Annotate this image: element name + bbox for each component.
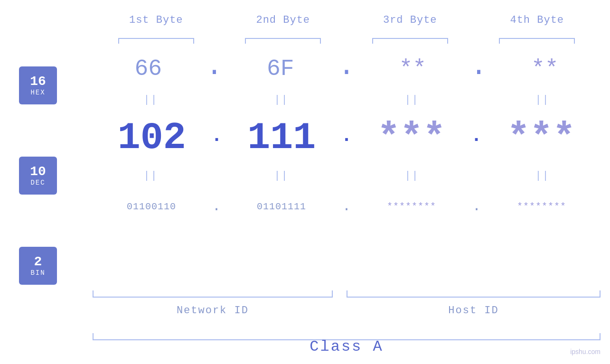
host-bracket-line <box>347 290 601 298</box>
hex-val-1: 66 <box>134 56 162 82</box>
watermark: ipshu.com <box>570 348 601 355</box>
header-byte1: 1st Byte <box>93 14 220 26</box>
bracket-cell-1 <box>93 38 220 44</box>
badge-hex-num: 16 <box>30 75 46 89</box>
badge-dec-num: 10 <box>30 165 46 179</box>
eq-cell-1d: || <box>484 94 601 106</box>
bin-cell-3: ******** <box>353 201 470 212</box>
network-id-label: Network ID <box>93 305 333 317</box>
bracket-line-3 <box>372 38 448 44</box>
net-bracket-line <box>93 290 333 298</box>
dec-dot-1: . <box>211 125 222 150</box>
header-byte4: 4th Byte <box>474 14 601 26</box>
bin-val-1: 01100110 <box>127 201 176 212</box>
bottom-section: Network ID Host ID <box>93 290 601 317</box>
header-byte2: 2nd Byte <box>220 14 347 26</box>
bracket-line-2 <box>245 38 321 44</box>
header-byte3: 3rd Byte <box>347 14 474 26</box>
top-brackets <box>93 38 601 44</box>
hex-dot-1: . <box>204 50 225 87</box>
hex-dot-2: . <box>336 50 357 87</box>
eq-cell-2a: || <box>93 170 209 182</box>
hex-val-4: ** <box>531 56 559 82</box>
hex-cell-1: 66 <box>93 56 204 82</box>
badge-hex-label: HEX <box>30 89 45 96</box>
bin-dot-2: . <box>340 198 353 215</box>
badge-bin: 2 BIN <box>19 247 57 285</box>
byte-headers: 1st Byte 2nd Byte 3rd Byte 4th Byte <box>93 14 601 26</box>
eq-cell-2c: || <box>354 170 470 182</box>
bracket-line-4 <box>499 38 575 44</box>
badge-bin-label: BIN <box>30 269 45 277</box>
bin-dot-1: . <box>210 198 223 215</box>
eq-cell-1c: || <box>354 94 470 106</box>
dec-dot-3: . <box>470 125 482 150</box>
dec-cell-4: *** <box>482 116 601 159</box>
bin-cell-2: 01101111 <box>223 201 340 212</box>
bracket-cell-4 <box>474 38 601 44</box>
network-host-labels: Network ID Host ID <box>93 305 601 317</box>
dec-cell-3: *** <box>352 116 470 159</box>
hex-cell-3: ** <box>357 56 468 82</box>
hex-val-3: ** <box>399 56 426 82</box>
dec-cell-1: 102 <box>93 116 211 159</box>
main-container: 1st Byte 2nd Byte 3rd Byte 4th Byte 16 H… <box>0 0 610 364</box>
bracket-line-1 <box>118 38 194 44</box>
network-bracket <box>93 290 333 300</box>
eq-cell-2b: || <box>223 170 339 182</box>
dec-row: 102 . 111 . *** . *** <box>93 109 601 166</box>
dec-val-4: *** <box>507 116 575 159</box>
hex-val-2: 6F <box>267 56 294 82</box>
bin-row: 01100110 . 01101111 . ******** . *******… <box>93 185 601 228</box>
dec-dot-2: . <box>341 125 352 150</box>
dec-val-3: *** <box>377 116 446 159</box>
hex-dot-3: . <box>468 50 489 87</box>
bin-cell-4: ******** <box>483 201 601 212</box>
eq-row-2: || || || || <box>93 166 601 185</box>
hex-cell-2: 6F <box>225 56 336 82</box>
host-bracket <box>347 290 601 300</box>
eq-cell-1b: || <box>223 94 339 106</box>
bracket-cell-3 <box>347 38 474 44</box>
bottom-brackets <box>93 290 601 300</box>
class-label: Class A <box>93 338 601 355</box>
bin-cell-1: 01100110 <box>93 201 210 212</box>
bin-val-4: ******** <box>517 201 566 212</box>
rows-area: 66 . 6F . ** . ** || || || || <box>93 47 601 228</box>
eq-row-1: || || || || <box>93 90 601 109</box>
badge-bin-num: 2 <box>34 255 42 270</box>
bin-val-3: ******** <box>387 201 436 212</box>
dec-val-2: 111 <box>247 116 316 159</box>
badge-dec-label: DEC <box>30 179 45 187</box>
dec-val-1: 102 <box>118 116 186 159</box>
badge-dec: 10 DEC <box>19 157 57 195</box>
bracket-cell-2 <box>220 38 347 44</box>
hex-cell-4: ** <box>489 56 601 82</box>
dec-cell-2: 111 <box>223 116 341 159</box>
badges-column: 16 HEX 10 DEC 2 BIN <box>19 66 57 285</box>
hex-row: 66 . 6F . ** . ** <box>93 47 601 90</box>
eq-cell-1a: || <box>93 94 209 106</box>
badge-hex: 16 HEX <box>19 66 57 104</box>
bin-val-2: 01101111 <box>257 201 306 212</box>
host-id-label: Host ID <box>347 305 601 317</box>
bin-dot-3: . <box>470 198 483 215</box>
eq-cell-2d: || <box>484 170 601 182</box>
